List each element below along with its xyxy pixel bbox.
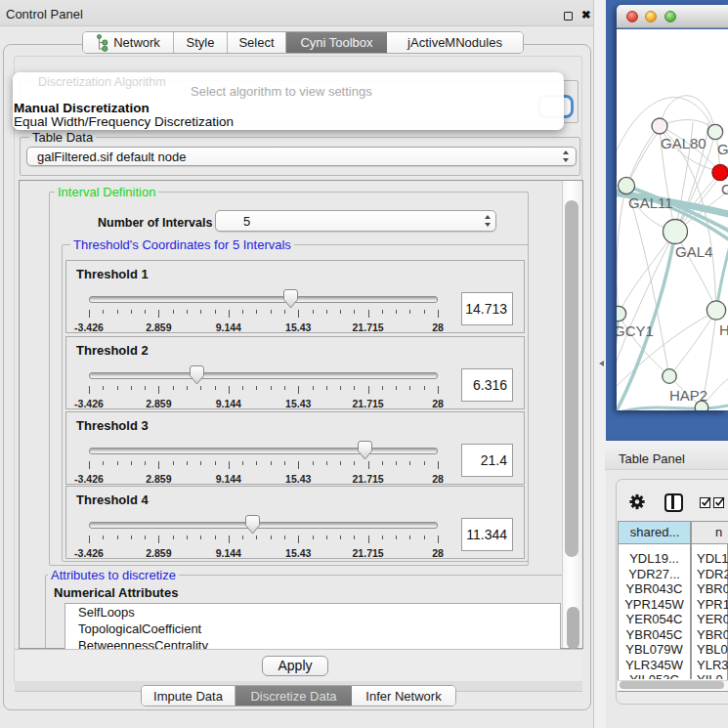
svg-text:GAL11: GAL11 xyxy=(628,194,673,211)
svg-text:GAL80: GAL80 xyxy=(661,135,707,151)
svg-text:GAL4: GAL4 xyxy=(675,243,712,260)
svg-text:GA: GA xyxy=(717,141,728,157)
svg-text:GCY1: GCY1 xyxy=(617,322,654,339)
svg-text:H: H xyxy=(719,321,728,338)
svg-text:HAP2: HAP2 xyxy=(669,387,707,404)
svg-text:C: C xyxy=(721,181,728,197)
